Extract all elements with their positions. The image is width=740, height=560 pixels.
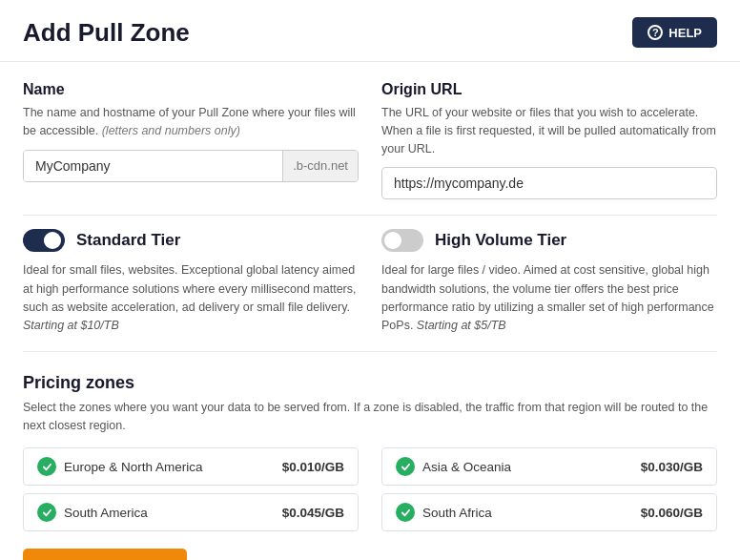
name-input-group: .b-cdn.net	[23, 150, 359, 182]
zone-price-south-africa: $0.060/GB	[641, 506, 703, 520]
zone-row-south-africa[interactable]: South Africa $0.060/GB	[381, 493, 717, 531]
standard-tier-toggle[interactable]	[23, 229, 65, 252]
high-volume-tier-desc: Ideal for large files / video. Aimed at …	[381, 261, 717, 336]
pricing-desc: Select the zones where you want your dat…	[23, 399, 717, 435]
high-volume-tier-header: High Volume Tier	[381, 229, 717, 252]
zone-price-asia: $0.030/GB	[641, 460, 703, 474]
zone-name-south-africa: South Africa	[422, 506, 492, 520]
name-section: Name The name and hostname of your Pull …	[23, 81, 359, 199]
name-origin-row: Name The name and hostname of your Pull …	[23, 81, 717, 199]
origin-input[interactable]	[381, 167, 717, 199]
standard-tier-header: Standard Tier	[23, 229, 359, 252]
standard-tier-card: Standard Tier Ideal for small files, web…	[23, 229, 359, 336]
name-suffix: .b-cdn.net	[282, 151, 358, 181]
zone-price-europe: $0.010/GB	[282, 460, 344, 474]
tier-row: Standard Tier Ideal for small files, web…	[23, 229, 717, 336]
zone-row-asia[interactable]: Asia & Oceania $0.030/GB	[381, 447, 717, 486]
main-content: Name The name and hostname of your Pull …	[0, 62, 740, 560]
zone-check-south-america	[37, 503, 56, 522]
pricing-section: Pricing zones Select the zones where you…	[23, 373, 717, 532]
page-title: Add Pull Zone	[23, 18, 190, 48]
high-volume-toggle-slider	[381, 229, 423, 252]
zone-check-south-africa	[396, 503, 415, 522]
zone-name-asia: Asia & Oceania	[422, 460, 511, 474]
zone-name-europe: Europe & North America	[64, 460, 203, 474]
help-button[interactable]: ? HELP	[632, 17, 717, 48]
standard-tier-title: Standard Tier	[76, 231, 180, 250]
divider-2	[23, 351, 717, 352]
zone-check-asia	[396, 457, 415, 476]
zone-name-south-america: South America	[64, 506, 148, 520]
standard-tier-desc: Ideal for small files, websites. Excepti…	[23, 261, 359, 336]
page-container: Add Pull Zone ? HELP Name The name and h…	[0, 0, 740, 560]
origin-section: Origin URL The URL of your website or fi…	[381, 81, 717, 199]
name-label: Name	[23, 81, 359, 98]
add-pull-zone-button[interactable]: + ADD PULL ZONE	[23, 549, 187, 560]
pricing-title: Pricing zones	[23, 373, 717, 393]
name-desc: The name and hostname of your Pull Zone …	[23, 104, 359, 140]
high-volume-tier-toggle[interactable]	[381, 229, 423, 252]
pricing-grid: Europe & North America $0.010/GB Asia & …	[23, 447, 717, 531]
zone-row-south-america[interactable]: South America $0.045/GB	[23, 493, 359, 531]
zone-check-europe	[37, 457, 56, 476]
origin-desc: The URL of your website or files that yo…	[381, 104, 717, 157]
page-header: Add Pull Zone ? HELP	[0, 0, 740, 62]
standard-toggle-slider	[23, 229, 65, 252]
high-volume-tier-title: High Volume Tier	[435, 231, 566, 250]
zone-row-europe[interactable]: Europe & North America $0.010/GB	[23, 447, 359, 486]
name-input[interactable]	[24, 151, 282, 181]
zone-price-south-america: $0.045/GB	[282, 506, 344, 520]
high-volume-tier-card: High Volume Tier Ideal for large files /…	[381, 229, 717, 336]
origin-label: Origin URL	[381, 81, 717, 98]
help-icon: ?	[648, 25, 663, 40]
divider-1	[23, 215, 717, 216]
